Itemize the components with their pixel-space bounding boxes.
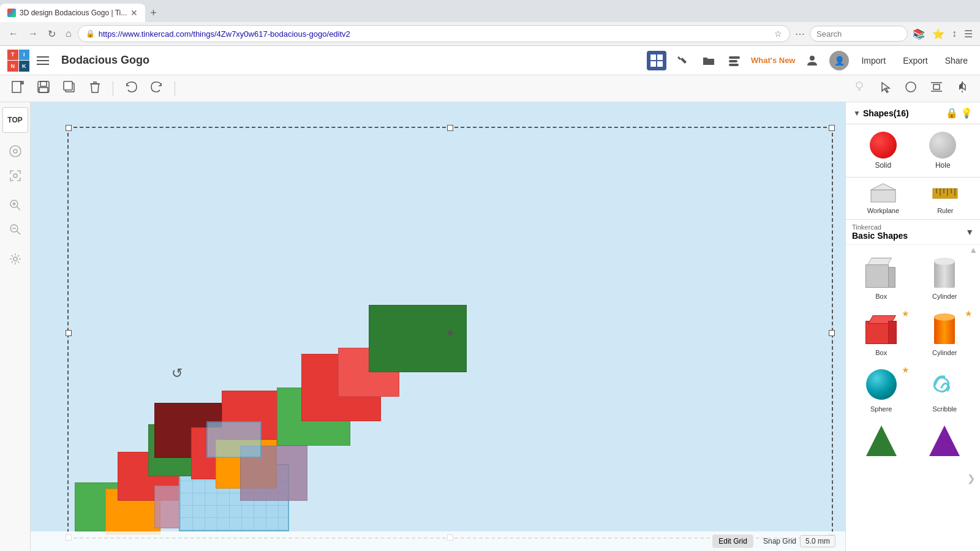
sel-center-handle[interactable] <box>448 331 453 335</box>
view-label: TOP <box>2 107 28 133</box>
fit-view-button[interactable] <box>4 165 26 187</box>
shapes-collapse-button[interactable]: ▼ <box>853 109 861 118</box>
app-toolbar: T I N K Bodacious Gogo What's New 👤 Impo… <box>0 46 980 75</box>
reading-list-button[interactable]: 📚 <box>910 27 927 41</box>
zoom-out-button[interactable] <box>4 219 26 241</box>
nav-right-section <box>810 26 908 42</box>
shape-selection-1[interactable] <box>206 421 262 458</box>
shape-item-cyl-wire[interactable]: Cylinder <box>916 251 974 302</box>
main-area: TOP ↺ <box>0 102 980 551</box>
svg-rect-7 <box>680 58 687 64</box>
svg-rect-17 <box>39 88 48 92</box>
shape-item-cyl-orange[interactable]: ★ Cylinder <box>916 307 974 359</box>
sel-handle-mr[interactable] <box>829 330 835 336</box>
undo-button[interactable] <box>121 78 141 99</box>
zoom-out-icon <box>9 223 22 236</box>
folder-icon <box>702 54 715 67</box>
svg-rect-19 <box>64 81 72 90</box>
sel-handle-tc[interactable] <box>447 125 453 131</box>
circle-icon <box>904 80 918 94</box>
rotate-handle[interactable]: ↺ <box>172 365 183 381</box>
home-icon <box>9 144 22 158</box>
mirror-button[interactable] <box>952 78 973 99</box>
ruler-tool[interactable]: Ruler <box>932 182 959 214</box>
shape-item-box-red[interactable]: ★ Box <box>852 307 911 359</box>
svg-rect-3 <box>650 54 656 60</box>
star-badge-cyl-orange: ★ <box>965 309 973 318</box>
shapes-light-icon[interactable]: 💡 <box>960 107 973 119</box>
undo-icon <box>124 80 138 94</box>
align-button[interactable] <box>926 78 947 99</box>
save-button[interactable] <box>33 78 54 99</box>
new-object-button[interactable] <box>7 78 28 99</box>
grid-view-button[interactable] <box>647 51 666 70</box>
hole-shape-type[interactable]: Hole <box>929 132 956 170</box>
tab-close-button[interactable]: ✕ <box>130 8 138 18</box>
shape-item-sphere[interactable]: ★ Sphere <box>852 364 911 415</box>
delete-button[interactable] <box>85 78 105 99</box>
shape-item-box-wire[interactable]: Box <box>852 251 911 302</box>
light-bulb-button[interactable] <box>849 78 870 99</box>
sync-button[interactable]: ↕ <box>949 27 959 40</box>
shape-item-pyramid-green[interactable] <box>852 420 911 464</box>
account-button[interactable] <box>802 51 822 70</box>
shape-scribble-label: Scribble <box>932 405 957 413</box>
new-tab-button[interactable]: + <box>145 4 162 22</box>
tools-button[interactable] <box>674 51 692 70</box>
ruler-icon <box>932 182 959 204</box>
snap-grid-control: Snap Grid 5.0 mm <box>763 535 835 547</box>
copy-button[interactable] <box>59 78 80 99</box>
home-view-button[interactable] <box>4 140 26 162</box>
workplane-label: Workplane <box>867 207 899 214</box>
edit-grid-button[interactable]: Edit Grid <box>712 534 753 548</box>
scroll-down-button[interactable]: ❯ <box>967 473 975 484</box>
canvas-area[interactable]: ↺ <box>31 102 845 551</box>
hole-label: Hole <box>935 161 951 170</box>
hamburger-menu-button[interactable] <box>34 52 51 69</box>
sel-handle-ml[interactable] <box>66 330 72 336</box>
codeblocks-button[interactable] <box>725 51 744 70</box>
user-avatar[interactable]: 👤 <box>829 51 849 70</box>
back-button[interactable]: ← <box>5 26 22 42</box>
favorites-button[interactable]: ⭐ <box>930 27 947 41</box>
shape-green-4[interactable] <box>369 305 467 372</box>
more-options-button[interactable]: ⋯ <box>793 27 807 41</box>
active-tab[interactable]: 3D design Bodacious Gogo | Ti... ✕ <box>0 4 145 22</box>
browser-search-input[interactable] <box>810 26 908 42</box>
shape-cyl-orange-label: Cylinder <box>932 349 957 356</box>
address-bar[interactable]: 🔒 https://www.tinkercad.com/things/4Zw7x… <box>78 25 790 42</box>
user-icon <box>805 53 820 68</box>
folder-button[interactable] <box>699 51 718 70</box>
settings-button[interactable] <box>4 248 26 270</box>
cyl-wire-icon <box>926 253 963 290</box>
cursor-button[interactable] <box>875 78 895 99</box>
zoom-in-button[interactable] <box>4 194 26 216</box>
sel-handle-tl[interactable] <box>66 125 72 131</box>
whats-new-button[interactable]: What's New <box>751 56 795 65</box>
logo-k: K <box>19 61 30 72</box>
shape-item-scribble[interactable]: Scribble <box>916 364 974 415</box>
reload-button[interactable]: ↻ <box>44 26 59 42</box>
svg-rect-26 <box>933 84 940 89</box>
shape-grid: Box Cylinder ★ <box>846 245 980 470</box>
sel-handle-tr[interactable] <box>829 125 835 131</box>
export-button[interactable]: Export <box>898 53 932 68</box>
circle-button[interactable] <box>900 78 921 99</box>
share-button[interactable]: Share <box>940 53 973 68</box>
copy-icon <box>62 80 76 94</box>
shapes-lock-icon[interactable]: 🔒 <box>946 107 958 119</box>
svg-point-24 <box>906 82 916 92</box>
shape-item-pyramid-purple[interactable] <box>916 420 974 464</box>
svg-rect-10 <box>729 64 739 66</box>
workplane-tool[interactable]: Workplane <box>867 182 899 214</box>
tab-favicon <box>7 9 16 17</box>
home-button[interactable]: ⌂ <box>62 26 75 42</box>
bookmark-icon[interactable]: ☆ <box>774 29 782 39</box>
import-button[interactable]: Import <box>856 53 891 68</box>
library-dropdown-button[interactable]: ▼ <box>965 227 974 237</box>
menu-button[interactable]: ☰ <box>962 27 975 41</box>
star-badge-sphere: ★ <box>902 365 910 375</box>
forward-button[interactable]: → <box>24 26 42 42</box>
redo-button[interactable] <box>146 78 167 99</box>
solid-shape-type[interactable]: Solid <box>870 132 897 170</box>
